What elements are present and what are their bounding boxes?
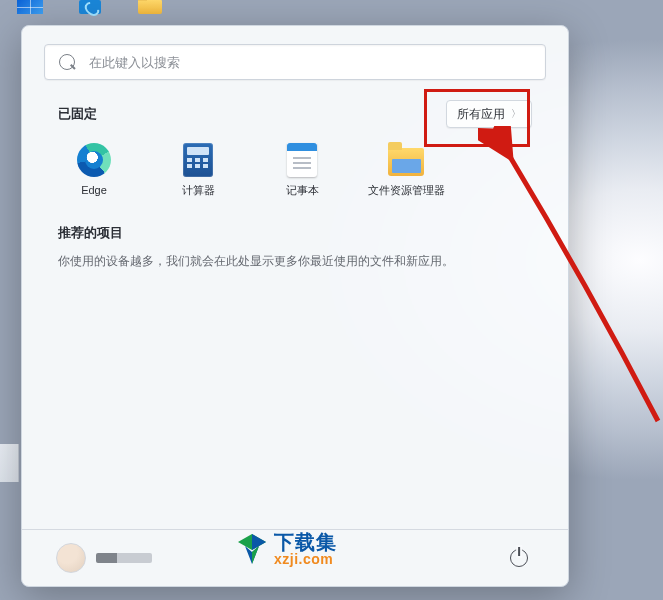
all-apps-button[interactable]: 所有应用 〉 — [446, 100, 532, 128]
start-button[interactable] — [0, 0, 60, 18]
start-menu-footer — [22, 529, 568, 586]
calculator-icon — [183, 143, 213, 177]
pinned-app-edge[interactable]: Edge — [58, 140, 130, 200]
recommended-title: 推荐的项目 — [58, 224, 532, 242]
search-input[interactable] — [87, 54, 531, 71]
file-explorer-icon — [138, 0, 162, 14]
search-icon — [59, 54, 75, 70]
clipped-window-edge — [0, 444, 19, 482]
desktop-wallpaper: 已固定 所有应用 〉 Edge 计算器 记事本 — [0, 0, 663, 600]
taskbar-app-explorer[interactable] — [120, 0, 180, 18]
recommended-section: 推荐的项目 你使用的设备越多，我们就会在此处显示更多你最近使用的文件和新应用。 — [22, 200, 568, 270]
pinned-app-notepad[interactable]: 记事本 — [266, 140, 338, 200]
power-icon — [510, 549, 528, 567]
pinned-grid: Edge 计算器 记事本 文件资源管理器 — [58, 140, 532, 200]
file-explorer-icon — [388, 148, 424, 176]
pinned-app-label: 计算器 — [182, 184, 215, 198]
all-apps-label: 所有应用 — [457, 106, 505, 123]
pinned-app-label: 文件资源管理器 — [368, 184, 445, 198]
user-account-button[interactable] — [56, 543, 152, 573]
notepad-icon — [287, 143, 317, 177]
recommended-empty-text: 你使用的设备越多，我们就会在此处显示更多你最近使用的文件和新应用。 — [58, 252, 532, 270]
pinned-title: 已固定 — [58, 105, 97, 123]
taskbar-fragment — [0, 0, 180, 18]
pinned-app-label: 记事本 — [286, 184, 319, 198]
power-button[interactable] — [504, 543, 534, 573]
search-box[interactable] — [44, 44, 546, 80]
pinned-section: 已固定 所有应用 〉 Edge 计算器 记事本 — [22, 86, 568, 200]
user-name-redacted — [96, 553, 152, 563]
security-center-icon — [79, 0, 101, 14]
pinned-app-label: Edge — [81, 184, 107, 198]
avatar — [56, 543, 86, 573]
start-icon — [17, 0, 43, 14]
edge-icon — [77, 143, 111, 177]
chevron-right-icon: 〉 — [511, 107, 521, 121]
taskbar-app-security[interactable] — [60, 0, 120, 18]
pinned-app-calculator[interactable]: 计算器 — [162, 140, 234, 200]
pinned-app-explorer[interactable]: 文件资源管理器 — [370, 140, 442, 200]
start-menu: 已固定 所有应用 〉 Edge 计算器 记事本 — [21, 25, 569, 587]
